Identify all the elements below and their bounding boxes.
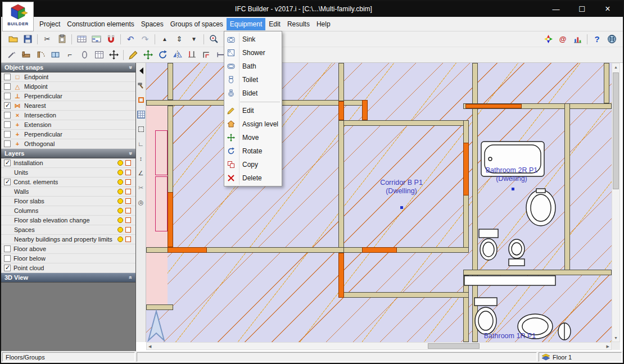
menu-item-toilet[interactable]: Toilet [224,73,282,87]
menu-spaces[interactable]: Spaces [138,18,167,30]
checkbox[interactable] [4,131,11,138]
move-down-icon[interactable]: ▼ [187,33,201,46]
cut-icon[interactable]: ✂ [40,33,54,46]
snap-row-orthogonal[interactable]: + Orthogonal [1,139,135,149]
menu-item-move[interactable]: Move [224,131,282,144]
dim-tool-icon[interactable]: ↕ [137,154,146,163]
layer-print-icon[interactable] [125,160,131,166]
menu-equipment[interactable]: Equipment [227,18,265,30]
layer-visible-icon[interactable] [117,217,123,223]
scroll-left-icon[interactable]: ◀ [148,344,151,348]
maximize-button[interactable]: ☐ [569,1,595,17]
layer-row-installation[interactable]: Installation [1,158,135,168]
menu-help[interactable]: Help [313,18,334,30]
layer-row-const-elements[interactable]: Const. elements [1,178,135,187]
close-button[interactable]: × [595,1,621,17]
checkbox[interactable] [4,74,11,80]
save-icon[interactable] [21,33,34,46]
layer-print-icon[interactable] [125,189,131,194]
menu-item-rotate[interactable]: Rotate [224,144,282,158]
move-up-icon[interactable]: ▲ [158,33,171,46]
layer-row-point-cloud[interactable]: Point cloud [1,263,135,273]
snap-row-perpendicular[interactable]: ⊥ Perpendicular [1,92,135,101]
view3d-header[interactable]: 3D View » [1,273,135,283]
grid-values-icon[interactable] [89,33,103,46]
layer-row-nearby-buildings[interactable]: Nearby buildings and property limits [1,235,135,244]
snap-row-midpoint[interactable]: △ Midpoint [1,82,135,92]
menu-project[interactable]: Project [36,18,64,30]
layer-row-spaces[interactable]: Spaces [1,225,135,235]
layer-row-columns[interactable]: Columns [1,206,135,216]
layer-visible-icon[interactable] [117,160,123,166]
paperclip-icon[interactable] [78,48,91,62]
undo-icon[interactable]: ↶ [124,33,137,46]
door-icon[interactable] [34,48,47,62]
menu-item-shower[interactable]: Shower [224,46,282,60]
checkbox[interactable] [4,245,11,252]
layer-visible-icon[interactable] [117,208,123,213]
layer-row-floor-slab-elevation[interactable]: Floor slab elevation change [1,216,135,225]
object-snaps-header[interactable]: Object snaps » [1,63,135,72]
layer-print-icon[interactable] [125,170,131,175]
menu-groups-of-spaces[interactable]: Groups of spaces [167,18,227,30]
at-icon[interactable]: @ [556,33,569,46]
offset-tool-icon[interactable] [200,48,213,62]
layer-visible-icon[interactable] [117,236,123,242]
select-arrow-icon[interactable] [137,66,146,75]
layer-print-icon[interactable] [125,179,131,185]
frame-tool-icon[interactable] [137,95,146,104]
window-icon[interactable] [48,48,62,62]
mirror-tool-icon[interactable] [170,48,184,62]
menu-item-sink[interactable]: Sink [224,33,282,46]
layer-print-icon[interactable] [125,208,131,213]
scroll-right-icon[interactable]: ▶ [607,344,609,348]
checkbox[interactable] [4,265,11,271]
fit-view-icon[interactable]: ⇕ [173,33,186,46]
menu-item-copy[interactable]: Copy [224,158,282,171]
grid-tool-icon[interactable] [137,110,146,119]
menu-results[interactable]: Results [284,18,313,30]
menu-edit[interactable]: Edit [265,18,284,30]
layer-row-floor-below[interactable]: Floor below [1,254,135,263]
ortho-tool-icon[interactable]: ∟ [137,139,146,148]
vertical-scroll-thumb[interactable] [613,72,619,189]
app-logo-button[interactable]: BUILDER [2,2,34,31]
menu-construction-elements[interactable]: Construction elements [64,18,137,30]
checkbox[interactable] [4,121,11,128]
scroll-up-icon[interactable]: ▲ [614,65,618,69]
layer-row-walls[interactable]: Walls [1,187,135,197]
checkbox[interactable] [4,93,11,99]
layer-print-icon[interactable] [125,236,131,242]
snap-row-endpoint[interactable]: □ Endpoint [1,72,135,82]
menu-item-bath[interactable]: Bath [224,60,282,73]
current-floor-selector[interactable]: Floor 1 [539,352,622,362]
layer-print-icon[interactable] [125,227,131,233]
stats-icon[interactable] [571,33,584,46]
schedule-icon[interactable] [92,48,106,62]
horizontal-scrollbar[interactable]: ◀ ▶ [146,342,612,350]
layer-visible-icon[interactable] [117,198,123,204]
layers-header[interactable]: Layers » [1,149,135,158]
layer-row-units[interactable]: Units [1,168,135,178]
layer-row-floor-slabs[interactable]: Floor slabs [1,197,135,206]
scroll-down-icon[interactable]: ▼ [614,336,618,340]
floor-plan-viewport[interactable]: Corridor B P1 (Dwelling) Bathroom 2R P1 … [146,63,612,342]
layer-print-icon[interactable] [125,217,131,223]
layer-visible-icon[interactable] [117,179,123,185]
checkbox[interactable] [4,112,11,119]
checkbox[interactable] [4,102,11,109]
trim-tool-icon[interactable] [185,48,198,62]
globe-icon[interactable] [605,33,618,46]
snap-row-nearest[interactable]: ⋈ Nearest [1,101,135,111]
layer-row-floor-above[interactable]: Floor above [1,244,135,254]
edit-pencil-icon[interactable] [126,48,140,62]
angle-tool-icon[interactable]: ∠ [137,169,146,178]
layer-print-icon[interactable] [125,198,131,204]
snap-row-perpendicular-2[interactable]: + Perpendicular [1,130,135,139]
snap-row-intersection[interactable]: × Intersection [1,111,135,120]
column-icon[interactable]: ⌐ [63,48,76,62]
horizontal-scroll-thumb[interactable] [428,343,480,349]
menu-item-assign-level[interactable]: Assign level [224,117,282,131]
layer-visible-icon[interactable] [117,189,123,194]
open-folder-icon[interactable] [6,33,20,46]
